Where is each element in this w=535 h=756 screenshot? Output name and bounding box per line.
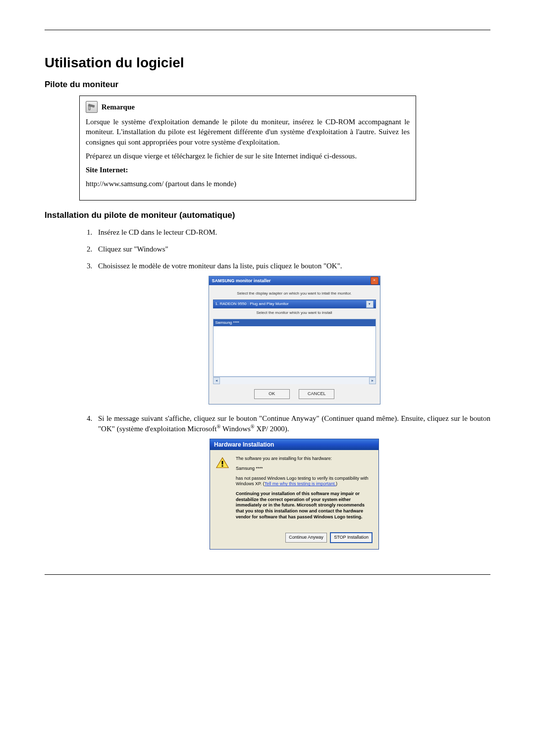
- hardware-dialog: Hardware Installation The software you a…: [210, 439, 379, 549]
- horizontal-scrollbar[interactable]: ◂ ▸: [213, 377, 376, 384]
- note-paragraph-1: Lorsque le système d'exploitation demand…: [86, 117, 410, 147]
- monitor-list-selected[interactable]: Samsung ****: [214, 319, 375, 326]
- note-icon: [86, 101, 98, 113]
- installer-window: SAMSUNG monitor installer × Select the d…: [209, 276, 380, 404]
- note-label: Remarque: [102, 103, 135, 111]
- hw-device-name: Samsung ****: [236, 466, 373, 472]
- adapter-select-value: 1. RADEON 9550 : Plug and Play Monitor: [215, 300, 289, 308]
- step-4-text-b: Windows: [220, 425, 250, 433]
- page-title: Utilisation du logiciel: [45, 55, 490, 71]
- stop-installation-button[interactable]: STOP Installation: [330, 532, 373, 543]
- ok-button[interactable]: OK: [254, 389, 290, 399]
- figure-hardware-warning: Hardware Installation The software you a…: [98, 439, 490, 549]
- adapter-select[interactable]: 1. RADEON 9550 : Plug and Play Monitor ▾: [213, 300, 376, 308]
- note-box: Remarque Lorsque le système d'exploitati…: [79, 96, 416, 201]
- hw-testing-link[interactable]: Tell me why this testing is important.: [265, 481, 336, 486]
- hardware-dialog-title: Hardware Installation: [210, 439, 378, 450]
- install-steps: Insérez le CD dans le lecteur CD-ROM. Cl…: [79, 227, 490, 550]
- continue-anyway-button[interactable]: Continue Anyway: [285, 533, 327, 543]
- step-4: Si le message suivant s'affiche, cliquez…: [94, 413, 490, 550]
- step-4-text-c: XP/ 2000).: [255, 425, 289, 433]
- installer-title-bar: SAMSUNG monitor installer ×: [209, 276, 380, 285]
- hw-warning-bold: Continuing your installation of this sof…: [236, 491, 373, 520]
- figure-installer: SAMSUNG monitor installer × Select the d…: [98, 276, 490, 404]
- step-2: Cliquez sur "Windows": [94, 244, 490, 254]
- scroll-left-icon[interactable]: ◂: [213, 377, 220, 384]
- section-auto-install: Installation du pilote de moniteur (auto…: [45, 210, 490, 220]
- svg-rect-0: [222, 461, 223, 464]
- note-paragraph-2: Préparez un disque vierge et téléchargez…: [86, 151, 410, 161]
- chevron-down-icon[interactable]: ▾: [366, 301, 374, 308]
- cancel-button[interactable]: CANCEL: [299, 389, 334, 399]
- warning-icon: [216, 457, 229, 469]
- hw-line-2b: ): [336, 481, 337, 486]
- step-1: Insérez le CD dans le lecteur CD-ROM.: [94, 227, 490, 237]
- scroll-right-icon[interactable]: ▸: [369, 377, 376, 384]
- installer-instruction-1: Select the display adapter on which you …: [213, 291, 376, 297]
- step-3: Choisissez le modèle de votre moniteur d…: [94, 261, 490, 404]
- page-top-rule: [45, 30, 490, 30]
- section-monitor-driver: Pilote du moniteur: [45, 80, 490, 90]
- monitor-list[interactable]: Samsung ****: [213, 319, 376, 377]
- page-bottom-rule: [45, 574, 490, 575]
- svg-rect-1: [222, 465, 223, 467]
- step-3-text: Choisissez le modèle de votre moniteur d…: [98, 262, 342, 270]
- site-internet-label: Site Internet:: [86, 165, 410, 175]
- close-icon[interactable]: ×: [371, 277, 378, 285]
- installer-title-text: SAMSUNG monitor installer: [212, 278, 271, 284]
- hw-line-1: The software you are installing for this…: [236, 456, 373, 462]
- installer-instruction-2: Select the monitor which you want to ins…: [213, 310, 376, 316]
- site-internet-url: http://www.samsung.com/ (partout dans le…: [86, 179, 410, 189]
- registered-mark-2: ®: [251, 424, 255, 429]
- step-4-text-a: Si le message suivant s'affiche, cliquez…: [98, 414, 490, 433]
